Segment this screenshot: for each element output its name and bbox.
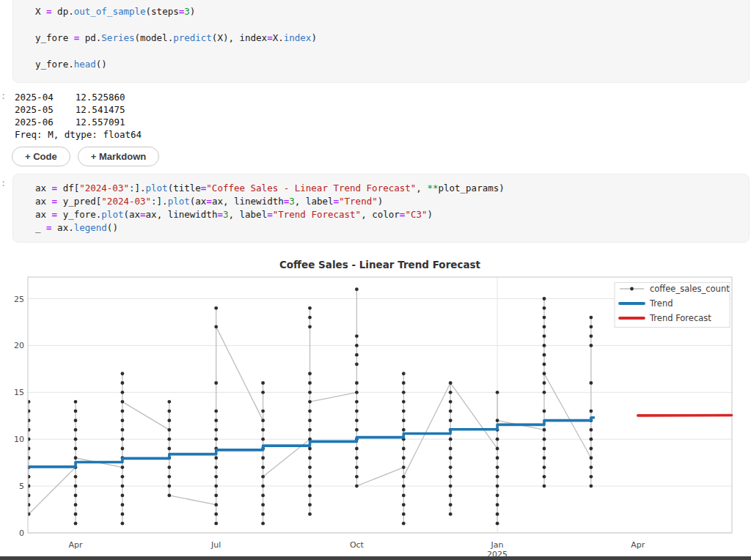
data-point	[449, 456, 453, 460]
cell2-prompt-mark: :	[1, 178, 7, 188]
code-cell-1[interactable]: X = dp.out_of_sample(steps=3) y_fore = p…	[12, 0, 750, 83]
data-point	[590, 325, 593, 328]
data-point	[355, 353, 359, 357]
data-point	[214, 493, 218, 497]
data-point	[402, 419, 406, 422]
data-point	[590, 428, 593, 432]
data-point	[121, 400, 125, 404]
data-point	[121, 485, 125, 488]
data-point	[74, 493, 78, 497]
data-point	[121, 419, 125, 422]
data-point	[402, 428, 406, 432]
data-point	[543, 485, 546, 488]
data-point	[214, 409, 218, 413]
data-point	[449, 503, 453, 506]
data-point	[355, 381, 359, 385]
data-point	[496, 522, 499, 526]
data-point	[402, 400, 406, 404]
data-point	[449, 400, 453, 404]
data-point	[167, 485, 171, 488]
data-point	[449, 475, 453, 479]
cell-output: 2025-04 12.525860 2025-05 12.541475 2025…	[15, 91, 142, 141]
data-point	[308, 306, 312, 310]
add-markdown-button[interactable]: + Markdown	[78, 147, 160, 166]
data-point	[74, 485, 78, 488]
data-point	[402, 391, 406, 394]
data-point	[308, 428, 312, 432]
data-point	[543, 297, 546, 301]
data-point	[308, 475, 312, 479]
data-point	[261, 409, 265, 413]
data-point	[355, 419, 359, 422]
data-point	[74, 447, 78, 451]
axis-tick-labels: 0510152025AprJulOctJan2025Apr	[14, 295, 645, 560]
data-point	[214, 381, 218, 385]
data-point	[496, 438, 499, 441]
data-point	[167, 438, 171, 441]
add-code-button[interactable]: + Code	[12, 147, 70, 166]
data-point	[261, 503, 265, 506]
data-point	[402, 465, 406, 469]
data-point	[449, 485, 453, 488]
data-point	[496, 391, 499, 394]
x-tick-label: Jul	[210, 540, 221, 550]
data-point	[308, 381, 312, 385]
data-point	[308, 493, 312, 497]
data-point	[261, 465, 265, 469]
y-tick-label: 0	[19, 528, 24, 538]
data-point	[402, 447, 406, 451]
data-point	[167, 493, 171, 497]
jupyter-notebook-view: X = dp.out_of_sample(steps=3) y_fore = p…	[0, 0, 751, 560]
data-point	[261, 428, 265, 432]
legend-label: Trend Forecast	[649, 313, 711, 323]
data-point	[449, 381, 453, 385]
data-point	[355, 456, 359, 460]
data-point	[496, 456, 499, 460]
data-point	[74, 409, 78, 413]
data-point	[355, 334, 359, 338]
data-point	[121, 438, 125, 441]
data-point	[543, 306, 546, 310]
data-point	[167, 409, 171, 413]
code-cell-2[interactable]: ax = df["2024-03":].plot(title="Coffee S…	[12, 174, 750, 243]
coffee-sales-series	[27, 287, 593, 525]
data-point	[355, 391, 359, 394]
code-editor-1[interactable]: X = dp.out_of_sample(steps=3) y_fore = p…	[13, 0, 749, 71]
data-point	[590, 344, 593, 347]
data-point	[590, 465, 593, 469]
data-point	[543, 409, 546, 413]
y-tick-label: 10	[14, 435, 24, 444]
cell-insert-toolbar: + Code + Markdown	[12, 147, 159, 166]
data-point	[261, 438, 265, 441]
data-point	[308, 419, 312, 422]
data-point	[543, 353, 546, 357]
data-point	[121, 409, 125, 413]
data-point	[74, 419, 78, 422]
data-point	[308, 372, 312, 375]
data-point	[261, 475, 265, 479]
data-point	[214, 456, 218, 460]
data-point	[74, 428, 78, 432]
data-point	[449, 419, 453, 422]
data-point	[449, 465, 453, 469]
chart-legend: coffee_sales_countTrendTrend Forecast	[615, 283, 730, 328]
data-point	[121, 381, 125, 385]
window-bottom-edge	[0, 556, 751, 560]
data-point	[543, 316, 546, 320]
data-point	[214, 438, 218, 441]
data-point	[167, 400, 171, 404]
data-point	[496, 419, 499, 422]
data-point	[121, 493, 125, 497]
data-point	[121, 512, 125, 516]
data-point	[402, 456, 406, 460]
code-editor-2[interactable]: ax = df["2024-03":].plot(title="Coffee S…	[13, 174, 749, 235]
data-point	[496, 475, 499, 479]
data-point	[543, 372, 546, 375]
data-point	[496, 465, 499, 469]
data-point	[214, 306, 218, 310]
data-point	[308, 316, 312, 320]
data-point	[74, 475, 78, 479]
output-prompt-mark: :	[1, 91, 7, 101]
data-point	[449, 447, 453, 451]
data-point	[402, 381, 406, 385]
